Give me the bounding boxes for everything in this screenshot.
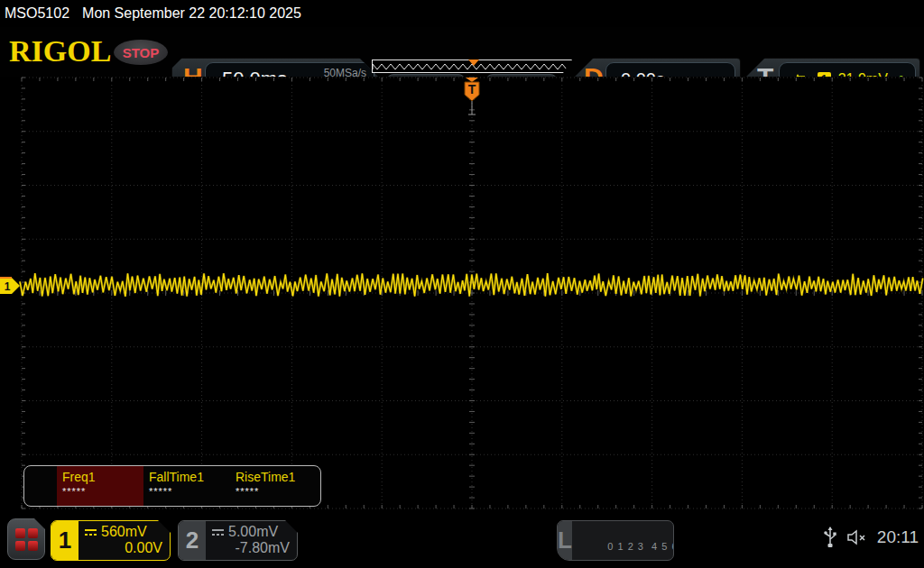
logic-channels-badge[interactable]: L 0 1 2 3 4 5 6 7 8 9 1011 12131415	[557, 520, 674, 561]
channel1-scale: 560mV	[101, 524, 147, 540]
measurement-panel[interactable]: Freq1*****FallTime1*****RiseTime1*****	[23, 465, 321, 507]
measurement-item-freq1[interactable]: Freq1*****	[57, 466, 143, 506]
dc-coupling-icon	[84, 527, 97, 536]
model-name: MSO5102	[5, 5, 69, 22]
measurement-value: *****	[236, 486, 317, 497]
scope-display[interactable]: T1	[0, 77, 924, 509]
channel2-values: 5.00mV -7.80mV	[206, 521, 297, 560]
channel2-scale: 5.00mV	[228, 524, 278, 540]
channel1-offset: 0.00V	[84, 540, 162, 556]
channel2-badge[interactable]: 2 5.00mV -7.80mV	[178, 520, 298, 561]
run-state-indicator[interactable]: STOP	[114, 40, 168, 65]
channel2-number: 2	[179, 521, 206, 560]
svg-text:T: T	[468, 82, 476, 96]
windows-grid-icon	[15, 528, 38, 551]
logic-label: L	[558, 521, 572, 560]
channel1-values: 560mV 0.00V	[79, 521, 170, 560]
usb-icon	[823, 526, 837, 549]
datetime-label: Mon September 22 20:12:10 2025	[82, 5, 301, 22]
rigol-logo: RIGOL	[9, 34, 110, 69]
clock: 20:11	[877, 527, 919, 547]
status-icons: 20:11	[823, 526, 919, 549]
channel1-number: 1	[51, 521, 79, 560]
measurement-item-falltime1[interactable]: FallTime1*****	[143, 466, 230, 506]
run-state-label: STOP	[123, 45, 160, 60]
measurement-value: *****	[149, 486, 230, 497]
sound-muted-icon[interactable]	[846, 528, 870, 546]
windows-menu-button[interactable]	[7, 518, 45, 560]
measurement-label: Freq1	[62, 470, 143, 484]
measurement-item-risetime1[interactable]: RiseTime1*****	[230, 466, 317, 506]
channel2-offset: -7.80mV	[211, 540, 290, 556]
measurement-label: RiseTime1	[236, 470, 317, 484]
measurement-value: *****	[62, 486, 143, 497]
top-info-bar: MSO5102 Mon September 22 20:12:10 2025	[0, 0, 924, 27]
dc-coupling-icon	[211, 527, 225, 536]
header-bar: RIGOL STOP H 50.0ms 50MSa/s 25Mpts Measu…	[0, 27, 924, 77]
measurement-label: FallTime1	[149, 470, 230, 484]
logic-row1: 0 1 2 3 4 5 6 7	[607, 541, 674, 552]
waveform-preview-strip[interactable]	[372, 60, 572, 73]
bottom-bar: 1 560mV 0.00V 2	[0, 509, 924, 568]
channel1-badge[interactable]: 1 560mV 0.00V	[51, 520, 171, 561]
preview-trigger-position-icon	[468, 60, 479, 66]
svg-text:1: 1	[5, 280, 11, 293]
logic-channel-numbers: 0 1 2 3 4 5 6 7 8 9 1011 12131415	[572, 521, 674, 560]
oscilloscope-screen: MSO5102 Mon September 22 20:12:10 2025 R…	[0, 0, 924, 568]
